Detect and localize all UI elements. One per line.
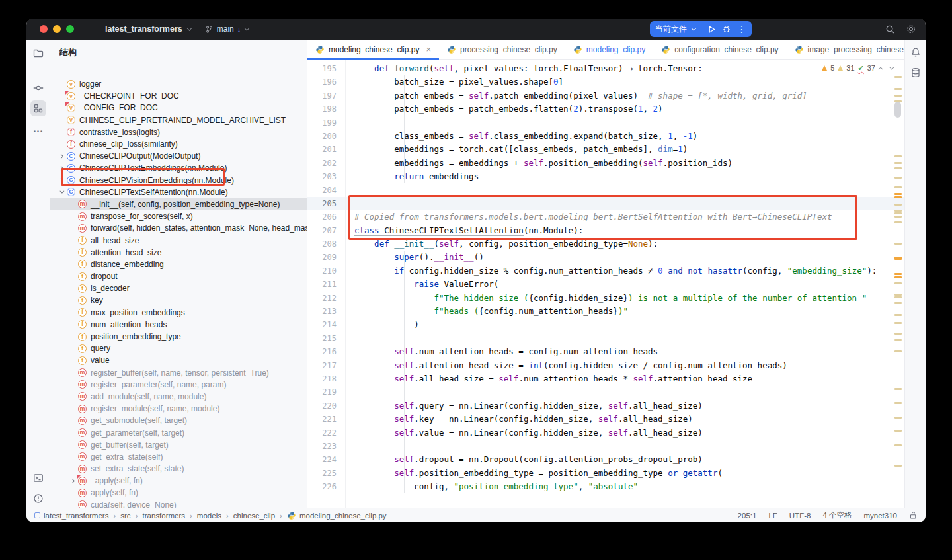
breadcrumb-item[interactable]: src [120, 512, 130, 520]
code-line[interactable]: 207class ChineseCLIPTextSelfAttention(nn… [307, 224, 904, 237]
code-line[interactable]: 215 [307, 332, 904, 345]
code-line[interactable]: 204 [307, 184, 904, 197]
code-line[interactable]: 219 [307, 385, 904, 399]
stripe-mark[interactable] [894, 302, 902, 304]
structure-item[interactable]: mset_extra_state(self, state) [50, 463, 307, 475]
error-stripe[interactable] [892, 60, 904, 508]
zoom-window-icon[interactable] [66, 25, 74, 33]
stripe-mark[interactable] [894, 430, 902, 432]
code-line[interactable]: 225 self.position_embedding_type = posit… [307, 467, 904, 480]
structure-item[interactable]: fall_head_size [50, 234, 307, 246]
structure-item[interactable]: vlogger [50, 78, 307, 90]
structure-item[interactable]: fmax_position_embeddings [50, 307, 307, 319]
chevron-right-icon[interactable] [59, 178, 63, 182]
caret-position[interactable]: 205:1 [738, 512, 757, 520]
stripe-mark[interactable] [894, 76, 902, 78]
code-line[interactable]: 212 f"The hidden size ({config.hidden_si… [307, 292, 904, 305]
stripe-mark[interactable] [894, 95, 902, 97]
close-tab-icon[interactable]: × [426, 44, 431, 54]
stripe-mark[interactable] [894, 273, 902, 275]
structure-item[interactable]: mget_submodule(self, target) [50, 415, 307, 426]
code-line[interactable]: 208 def __init__(self, config, position_… [307, 237, 904, 251]
stripe-mark[interactable] [894, 314, 902, 316]
code-line[interactable]: 218 self.all_head_size = self.num_attent… [307, 372, 904, 385]
structure-item[interactable]: v_CHECKPOINT_FOR_DOC [50, 90, 307, 102]
chevron-right-icon[interactable] [70, 479, 75, 483]
code-line[interactable]: 223 [307, 440, 904, 453]
breadcrumb-item[interactable]: models [197, 512, 221, 520]
editor-tab[interactable]: modeling_chinese_clip.py× [307, 40, 439, 59]
stripe-mark[interactable] [894, 296, 902, 298]
run-button[interactable] [707, 25, 716, 34]
structure-item[interactable]: fcontrastive_loss(logits) [50, 126, 307, 138]
code-area[interactable]: 195 def forward(self, pixel_values: torc… [307, 60, 904, 508]
structure-item[interactable]: mget_parameter(self, target) [50, 426, 307, 438]
stripe-mark[interactable] [894, 402, 902, 404]
project-widget[interactable]: latest_transformers [105, 24, 190, 34]
stripe-mark[interactable] [894, 282, 902, 284]
code-line[interactable]: 198 patch_embeds = patch_embeds.flatten(… [307, 102, 904, 116]
code-line-current[interactable]: 205 [307, 197, 904, 210]
editor-tab[interactable]: modeling_clip.py [565, 40, 653, 59]
code-line[interactable]: 203 return embeddings [307, 170, 904, 183]
stripe-mark[interactable] [894, 193, 902, 195]
stripe-mark[interactable] [894, 167, 902, 169]
structure-item[interactable]: fdistance_embedding [50, 259, 307, 270]
stripe-mark[interactable] [894, 276, 902, 278]
search-everywhere-icon[interactable] [885, 24, 895, 34]
structure-item[interactable]: v_CONFIG_FOR_DOC [50, 102, 307, 114]
code-line[interactable]: 213 f"heads ({config.num_attention_heads… [307, 305, 904, 318]
code-line[interactable]: 214 ) [307, 318, 904, 331]
structure-item[interactable]: fposition_embedding_type [50, 331, 307, 342]
editor-tab[interactable]: processing_chinese_clip.py [439, 40, 565, 59]
stripe-mark[interactable] [894, 216, 902, 218]
structure-item[interactable]: fvalue [50, 354, 307, 366]
file-encoding[interactable]: UTF-8 [789, 512, 811, 520]
structure-item[interactable]: CChineseCLIPTextEmbeddings(nn.Module) [50, 162, 307, 174]
code-line[interactable]: 200 class_embeds = self.class_embedding.… [307, 130, 904, 143]
stripe-mark[interactable] [894, 350, 902, 352]
structure-item[interactable]: mget_extra_state(self) [50, 451, 307, 463]
structure-item[interactable]: fdropout [50, 270, 307, 282]
unlocked-padlock-icon[interactable] [909, 511, 918, 520]
structure-item[interactable]: mtranspose_for_scores(self, x) [50, 210, 307, 222]
breadcrumb-item[interactable]: chinese_clip [233, 512, 275, 520]
stripe-mark[interactable] [894, 221, 902, 223]
stripe-mark[interactable] [894, 257, 902, 260]
stripe-mark[interactable] [894, 100, 902, 102]
more-tools-button[interactable]: … [30, 121, 46, 137]
structure-item[interactable]: mapply(self, fn) [50, 487, 307, 499]
scrollbar-thumb[interactable] [894, 102, 901, 118]
code-line[interactable]: 195 def forward(self, pixel_values: torc… [307, 62, 904, 75]
more-run-options-button[interactable]: ⋮ [737, 24, 746, 34]
close-window-icon[interactable] [40, 25, 48, 33]
breadcrumb-item[interactable]: latest_transformers [34, 512, 108, 520]
structure-item[interactable]: mget_buffer(self, target) [50, 439, 307, 451]
stripe-mark[interactable] [894, 388, 902, 390]
structure-item[interactable]: m_apply(self, fn) [50, 475, 307, 487]
structure-item[interactable]: madd_module(self, name, module) [50, 391, 307, 403]
python-interpreter[interactable]: mynet310 [863, 512, 897, 520]
code-line[interactable]: 210 if config.hidden_size % config.num_a… [307, 264, 904, 278]
structure-item[interactable]: fis_decoder [50, 282, 307, 294]
stripe-mark[interactable] [894, 186, 902, 188]
inspection-widget[interactable]: 5 31 ✔ 37 [819, 62, 896, 74]
code-line[interactable]: 224 self.dropout = nn.Dropout(config.att… [307, 453, 904, 466]
vcs-widget[interactable]: main ↓ [205, 24, 249, 34]
code-line[interactable]: 201 embeddings = torch.cat([class_embeds… [307, 143, 904, 156]
code-line[interactable]: 202 embeddings = embeddings + self.posit… [307, 157, 904, 170]
chevron-down-icon[interactable] [60, 189, 64, 194]
stripe-mark[interactable] [894, 333, 902, 335]
structure-item[interactable]: vCHINESE_CLIP_PRETRAINED_MODEL_ARCHIVE_L… [50, 114, 307, 126]
structure-tool-button[interactable] [30, 100, 46, 116]
structure-item[interactable]: fattention_head_size [50, 247, 307, 259]
code-line[interactable]: 220 self.query = nn.Linear(config.hidden… [307, 399, 904, 413]
stripe-mark[interactable] [894, 444, 902, 446]
code-line[interactable]: 197 patch_embeds = self.patch_embedding(… [307, 89, 904, 102]
structure-item[interactable]: mregister_parameter(self, name, param) [50, 379, 307, 391]
stripe-mark[interactable] [894, 243, 902, 245]
stripe-mark[interactable] [894, 204, 902, 206]
stripe-mark[interactable] [894, 210, 902, 212]
settings-gear-icon[interactable] [906, 24, 916, 34]
stripe-mark[interactable] [894, 212, 902, 214]
